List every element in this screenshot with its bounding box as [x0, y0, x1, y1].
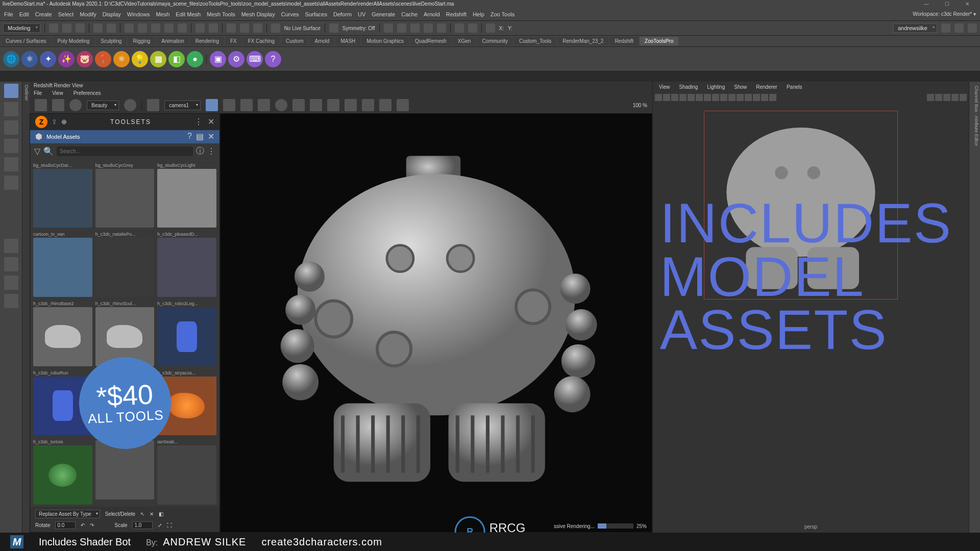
zoo-nodes-icon[interactable]: ⚛ [21, 51, 38, 67]
side-tabs[interactable]: Channel Box · Attribute Editor [969, 82, 980, 533]
shelf-tab-zootoolspro[interactable]: ZooToolsPro [640, 37, 678, 45]
shelf-tab-curves-surfaces[interactable]: Curves / Surfaces [1, 37, 51, 45]
redo-icon[interactable] [107, 23, 116, 33]
open-icon[interactable] [62, 23, 71, 33]
ts-sub-close-icon[interactable]: ✕ [208, 132, 214, 141]
sc-icon-3[interactable] [410, 23, 420, 33]
menu-zoo-tools[interactable]: Zoo Tools [491, 11, 515, 17]
asset-item[interactable]: ianSeab... [157, 438, 216, 505]
zoo-magic-icon[interactable]: ✨ [58, 51, 75, 67]
vp-ic-14[interactable] [761, 94, 768, 101]
menu-mesh[interactable]: Mesh [156, 11, 169, 17]
rv-lock-icon[interactable] [206, 99, 218, 111]
menu-uv[interactable]: UV [358, 11, 365, 17]
menu-generate[interactable]: Generate [372, 11, 395, 17]
rv-3-icon[interactable] [345, 99, 357, 111]
zoo-pig-icon[interactable]: 🐷 [77, 51, 93, 67]
sc-icon-2[interactable] [397, 23, 406, 33]
ts-close-icon[interactable]: ✕ [208, 117, 214, 127]
expand-icon[interactable]: ⛶ [167, 522, 172, 528]
menu-arnold[interactable]: Arnold [424, 11, 440, 17]
minimize-btn[interactable]: — [916, 1, 937, 7]
vp-menu-shading[interactable]: Shading [679, 84, 698, 90]
zoo-sphere-icon[interactable]: ● [187, 51, 203, 67]
shelf-tab-xgen[interactable]: XGen [453, 37, 476, 45]
vp-ic-12[interactable] [745, 94, 752, 101]
asset-item[interactable]: h_c3dc_rhinoBase2 [33, 300, 92, 366]
vp-menu-lighting[interactable]: Lighting [707, 84, 725, 90]
add-tab-icon[interactable]: ⊕ [61, 118, 67, 126]
ts-layout-icon[interactable]: ▤ [196, 132, 204, 141]
search-input[interactable] [57, 146, 193, 156]
account-dropdown[interactable]: andrewsilke [893, 23, 937, 33]
zoo-globe-icon[interactable]: 🌐 [3, 51, 19, 67]
layout-3-icon[interactable] [4, 294, 18, 308]
shelf-tab-custom-tools[interactable]: Custom_Tools [514, 37, 556, 45]
rv-menu-file[interactable]: File [34, 90, 42, 96]
workspace-indicator[interactable]: Workspace: c3dc Render* ▾ [913, 11, 976, 17]
sc-icon-4[interactable] [424, 23, 433, 33]
vp-ic-4[interactable] [679, 94, 687, 101]
rv-img-icon[interactable] [362, 99, 374, 111]
new-icon[interactable] [49, 23, 58, 33]
vp-ic-3[interactable] [671, 94, 678, 101]
zoo-keyboard-icon[interactable]: ⌨ [247, 51, 263, 67]
share-icon[interactable]: ⇪ [52, 118, 57, 126]
asset-item[interactable]: h_c3dc_nataliePo... [95, 231, 155, 297]
vp-ic-7[interactable] [704, 94, 711, 101]
ts-more-icon[interactable]: ⋮ [194, 117, 203, 127]
vp-ic-6[interactable] [696, 94, 703, 101]
filter-icon[interactable]: ▽ [34, 146, 40, 156]
asset-item[interactable]: h_c3dc_tortois [33, 438, 92, 505]
shelf-tab-sculpting[interactable]: Sculpting [95, 37, 127, 45]
snap-point-icon[interactable] [151, 23, 160, 33]
asset-item[interactable]: bg_studioCycDar... [33, 162, 92, 228]
rv-blur-icon[interactable] [275, 99, 287, 111]
close-btn[interactable]: ✕ [957, 1, 977, 7]
vp-ic-5[interactable] [688, 94, 695, 101]
layout-2-icon[interactable] [4, 276, 18, 290]
menu-deform[interactable]: Deform [333, 11, 352, 17]
render-icon[interactable] [227, 23, 236, 33]
menu-edit-mesh[interactable]: Edit Mesh [176, 11, 201, 17]
zoo-atom-icon[interactable]: ⚛ [113, 51, 130, 67]
shelf-tab-custom[interactable]: Custom [281, 37, 308, 45]
mode-dropdown[interactable]: Modeling [3, 23, 40, 33]
asset-item[interactable]: cartoon_tv_van [33, 231, 92, 297]
shelf-tab-arnold[interactable]: Arnold [309, 37, 334, 45]
vp-ic-r2[interactable] [935, 94, 942, 101]
shelf-tab-rendering[interactable]: Rendering [190, 37, 224, 45]
shelf-tab-renderman-23-2[interactable]: RenderMan_23_2 [557, 37, 608, 45]
zoo-gear-icon[interactable]: ⚙ [228, 51, 244, 67]
asset-item[interactable]: h_c3dc_pleasedD... [157, 231, 216, 297]
more-search-icon[interactable]: ⋮ [207, 146, 215, 156]
vp-ic-8[interactable] [712, 94, 719, 101]
snap-grid-icon[interactable] [125, 23, 134, 33]
shelf-tab-quadremesh[interactable]: QuadRemesh [410, 37, 452, 45]
vp-ic-r3[interactable] [943, 94, 950, 101]
move-tool[interactable] [4, 139, 18, 153]
vp-ic-15[interactable] [769, 94, 776, 101]
sc-icon-1[interactable] [384, 23, 393, 33]
asset-item[interactable]: h_c3dc_robo2Leg... [157, 300, 216, 366]
vp-ic-r5[interactable] [960, 94, 967, 101]
menu-select[interactable]: Select [58, 11, 74, 17]
rv-frame-icon[interactable] [52, 99, 64, 111]
menu-display[interactable]: Display [103, 11, 121, 17]
vp-menu-panels[interactable]: Panels [787, 84, 802, 90]
rv-camera-dropdown[interactable]: camera1 [164, 101, 201, 110]
rv-star-icon[interactable] [258, 99, 270, 111]
menu-file[interactable]: File [4, 11, 13, 17]
help-pane-icon[interactable] [968, 23, 977, 33]
rv-add-icon[interactable] [379, 99, 391, 111]
vp-ic-r4[interactable] [951, 94, 959, 101]
asset-item[interactable]: h_c3dc_rhinoScul... [95, 300, 155, 366]
rv-2-icon[interactable] [327, 99, 339, 111]
scale-value[interactable] [132, 521, 153, 529]
select-tool[interactable] [4, 84, 18, 98]
save-icon[interactable] [76, 23, 85, 33]
rv-copy-icon[interactable] [397, 99, 409, 111]
vp-ic-10[interactable] [728, 94, 736, 101]
rotate-value[interactable] [55, 521, 76, 529]
menu-curves[interactable]: Curves [281, 11, 299, 17]
